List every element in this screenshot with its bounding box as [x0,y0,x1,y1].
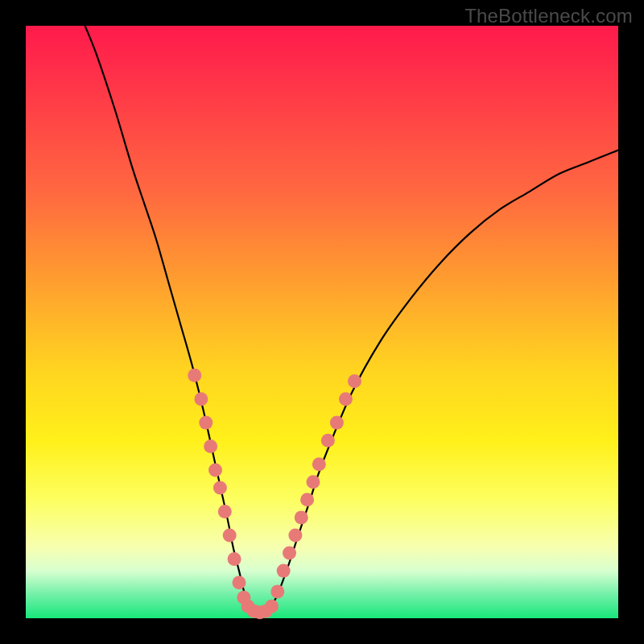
curve-svg [26,26,618,618]
curve-marker [277,564,291,578]
curve-marker [348,374,361,388]
curve-markers [188,369,361,619]
bottleneck-curve [85,26,618,613]
plot-area [26,26,618,618]
curve-marker [288,528,302,542]
curve-marker [204,440,217,453]
curve-marker [199,416,213,430]
curve-marker [213,481,227,495]
curve-marker [321,434,335,448]
curve-marker [270,584,284,598]
curve-marker [306,475,320,489]
curve-marker [228,552,242,566]
curve-marker [188,369,201,382]
curve-marker [312,457,326,471]
curve-marker [218,505,232,518]
curve-marker [295,510,308,524]
curve-marker [208,464,222,477]
chart-frame: TheBottleneck.com [0,0,644,644]
curve-marker [194,392,208,406]
curve-marker [283,547,296,560]
curve-marker [339,392,353,406]
curve-marker [265,600,279,613]
curve-marker [330,416,344,430]
watermark-text: TheBottleneck.com [464,5,633,27]
curve-marker [300,493,314,506]
curve-marker [232,576,246,589]
curve-marker [223,528,237,542]
